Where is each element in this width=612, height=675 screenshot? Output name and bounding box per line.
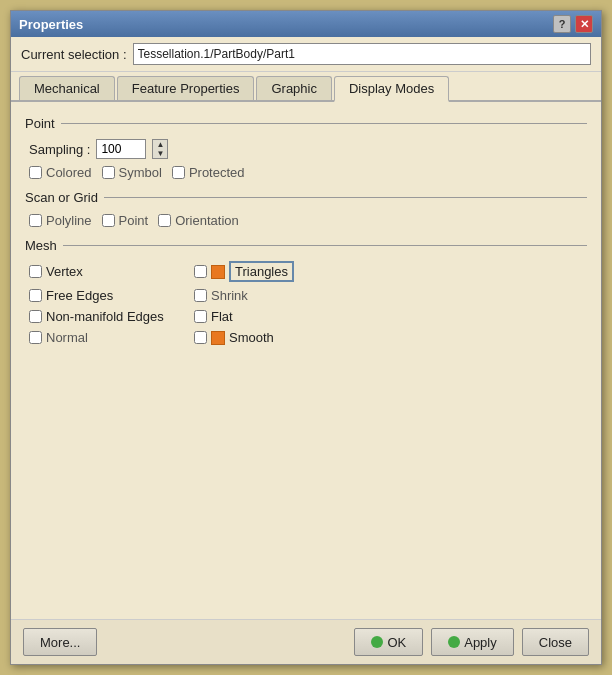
shrink-checkbox-label[interactable]: Shrink <box>194 288 248 303</box>
point-section-header: Point <box>25 116 587 131</box>
help-button[interactable]: ? <box>553 15 571 33</box>
scan-point-checkbox-label[interactable]: Point <box>102 213 149 228</box>
title-bar-buttons: ? ✕ <box>553 15 593 33</box>
shrink-label: Shrink <box>211 288 248 303</box>
protected-checkbox-label[interactable]: Protected <box>172 165 245 180</box>
normal-checkbox[interactable] <box>29 331 42 344</box>
ok-icon <box>371 636 383 648</box>
sampling-row: Sampling : ▲ ▼ <box>25 139 587 159</box>
triangles-checkbox[interactable] <box>194 265 207 278</box>
mesh-section-title: Mesh <box>25 238 63 253</box>
current-selection-row: Current selection : <box>11 37 601 72</box>
symbol-checkbox-label[interactable]: Symbol <box>102 165 162 180</box>
mesh-row-3: Non-manifold Edges Flat <box>25 309 587 324</box>
symbol-label: Symbol <box>119 165 162 180</box>
sampling-label: Sampling : <box>29 142 90 157</box>
polyline-checkbox-label[interactable]: Polyline <box>29 213 92 228</box>
colored-checkbox[interactable] <box>29 166 42 179</box>
apply-button[interactable]: Apply <box>431 628 514 656</box>
polyline-checkbox[interactable] <box>29 214 42 227</box>
current-selection-input[interactable] <box>133 43 592 65</box>
normal-checkbox-label[interactable]: Normal <box>29 330 184 345</box>
tab-graphic[interactable]: Graphic <box>256 76 332 100</box>
colored-checkbox-label[interactable]: Colored <box>29 165 92 180</box>
more-label: More... <box>40 635 80 650</box>
normal-label: Normal <box>46 330 88 345</box>
scan-or-grid-checkboxes-row: Polyline Point Orientation <box>25 213 587 228</box>
non-manifold-edges-checkbox[interactable] <box>29 310 42 323</box>
free-edges-label: Free Edges <box>46 288 113 303</box>
triangles-checkbox-label[interactable]: Triangles <box>194 261 294 282</box>
mesh-section-line <box>63 245 587 246</box>
smooth-label: Smooth <box>229 330 274 345</box>
orientation-checkbox[interactable] <box>158 214 171 227</box>
free-edges-checkbox-label[interactable]: Free Edges <box>29 288 184 303</box>
properties-dialog: Properties ? ✕ Current selection : Mecha… <box>10 10 602 665</box>
smooth-checkbox[interactable] <box>194 331 207 344</box>
protected-label: Protected <box>189 165 245 180</box>
apply-icon <box>448 636 460 648</box>
scan-or-grid-section-line <box>104 197 587 198</box>
non-manifold-edges-label: Non-manifold Edges <box>46 309 164 324</box>
scan-point-checkbox[interactable] <box>102 214 115 227</box>
more-button[interactable]: More... <box>23 628 97 656</box>
mesh-row-1: Vertex Triangles <box>25 261 587 282</box>
triangles-label: Triangles <box>229 261 294 282</box>
scan-or-grid-section-title: Scan or Grid <box>25 190 104 205</box>
scan-point-label: Point <box>119 213 149 228</box>
vertex-label: Vertex <box>46 264 83 279</box>
vertex-checkbox[interactable] <box>29 265 42 278</box>
dialog-title: Properties <box>19 17 83 32</box>
point-checkboxes-row: Colored Symbol Protected <box>25 165 587 180</box>
apply-label: Apply <box>464 635 497 650</box>
smooth-icon <box>211 331 225 345</box>
sampling-input[interactable] <box>96 139 146 159</box>
ok-label: OK <box>387 635 406 650</box>
colored-label: Colored <box>46 165 92 180</box>
ok-button[interactable]: OK <box>354 628 423 656</box>
smooth-checkbox-label[interactable]: Smooth <box>194 330 274 345</box>
spinner-up[interactable]: ▲ <box>153 140 167 149</box>
mesh-section-header: Mesh <box>25 238 587 253</box>
close-button[interactable]: Close <box>522 628 589 656</box>
flat-checkbox[interactable] <box>194 310 207 323</box>
close-label: Close <box>539 635 572 650</box>
mesh-row-2: Free Edges Shrink <box>25 288 587 303</box>
triangles-icon <box>211 265 225 279</box>
tab-feature-properties[interactable]: Feature Properties <box>117 76 255 100</box>
orientation-checkbox-label[interactable]: Orientation <box>158 213 239 228</box>
sampling-spinner[interactable]: ▲ ▼ <box>152 139 168 159</box>
point-section-line <box>61 123 587 124</box>
mesh-row-4: Normal Smooth <box>25 330 587 345</box>
tabs-row: Mechanical Feature Properties Graphic Di… <box>11 72 601 102</box>
flat-label: Flat <box>211 309 233 324</box>
orientation-label: Orientation <box>175 213 239 228</box>
shrink-checkbox[interactable] <box>194 289 207 302</box>
tab-display-modes[interactable]: Display Modes <box>334 76 449 102</box>
non-manifold-edges-checkbox-label[interactable]: Non-manifold Edges <box>29 309 184 324</box>
spinner-down[interactable]: ▼ <box>153 149 167 158</box>
current-selection-label: Current selection : <box>21 47 127 62</box>
symbol-checkbox[interactable] <box>102 166 115 179</box>
vertex-checkbox-label[interactable]: Vertex <box>29 264 184 279</box>
title-bar: Properties ? ✕ <box>11 11 601 37</box>
scan-or-grid-section-header: Scan or Grid <box>25 190 587 205</box>
close-title-button[interactable]: ✕ <box>575 15 593 33</box>
tab-mechanical[interactable]: Mechanical <box>19 76 115 100</box>
content-area: Point Sampling : ▲ ▼ Colored Symbol Prot… <box>11 102 601 619</box>
polyline-label: Polyline <box>46 213 92 228</box>
point-section-title: Point <box>25 116 61 131</box>
flat-checkbox-label[interactable]: Flat <box>194 309 233 324</box>
protected-checkbox[interactable] <box>172 166 185 179</box>
free-edges-checkbox[interactable] <box>29 289 42 302</box>
footer: More... OK Apply Close <box>11 619 601 664</box>
